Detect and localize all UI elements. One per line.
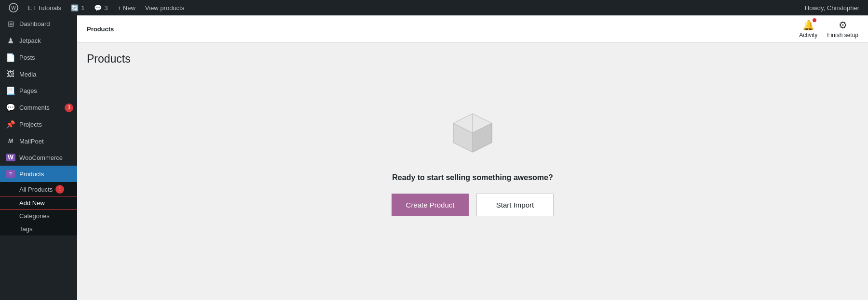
- empty-state: Ready to start selling something awesome…: [87, 75, 858, 245]
- finish-setup-icon: ⚙: [839, 19, 847, 31]
- comments-badge: 3: [65, 104, 73, 112]
- site-name: ET Tutorials: [28, 4, 61, 12]
- create-product-button[interactable]: Create Product: [392, 194, 469, 216]
- howdy-section: Howdy, Christopher: [800, 4, 864, 12]
- submenu-categories[interactable]: Categories: [0, 209, 77, 222]
- sidebar-item-label: Projects: [19, 121, 42, 128]
- mailpoet-icon: M: [6, 138, 15, 144]
- dashboard-icon: ⊞: [6, 19, 15, 28]
- page-header: Products 🔔 Activity ⚙ Finish setup: [77, 15, 868, 43]
- sidebar-item-products[interactable]: ≡ Products: [0, 166, 77, 182]
- sidebar-item-label: WooCommerce: [19, 154, 63, 161]
- products-submenu: All Products 1 Add New Categories Tags: [0, 182, 77, 235]
- all-products-badge: 1: [55, 185, 64, 194]
- sidebar-item-pages[interactable]: 📃 Pages: [0, 82, 77, 99]
- sidebar-item-label: Comments: [19, 104, 50, 111]
- notification-dot: [813, 18, 816, 22]
- comments-count: 3: [104, 4, 108, 12]
- howdy-text: Howdy, Christopher: [805, 4, 859, 12]
- sidebar-item-posts[interactable]: 📄 Posts: [0, 49, 77, 66]
- all-products-label: All Products: [19, 186, 53, 193]
- woocommerce-icon: W: [6, 154, 15, 161]
- svg-text:W: W: [11, 5, 16, 11]
- sidebar-item-media[interactable]: 🖼 Media: [0, 66, 77, 82]
- view-products-item[interactable]: View products: [140, 0, 189, 15]
- sidebar-item-label: Jetpack: [19, 37, 41, 44]
- sidebar-item-label: Dashboard: [19, 20, 50, 27]
- finish-setup-label: Finish setup: [827, 32, 858, 39]
- jetpack-icon: ♟: [6, 36, 15, 45]
- header-actions: 🔔 Activity ⚙ Finish setup: [799, 19, 858, 39]
- activity-icon: 🔔: [802, 19, 814, 31]
- sidebar-item-label: Products: [19, 170, 44, 178]
- categories-label: Categories: [19, 212, 50, 220]
- empty-state-tagline: Ready to start selling something awesome…: [392, 173, 553, 182]
- sidebar-item-label: Posts: [19, 54, 35, 61]
- page-header-title: Products: [87, 26, 114, 33]
- sidebar-item-label: Pages: [19, 87, 37, 94]
- submenu-tags[interactable]: Tags: [0, 222, 77, 235]
- sidebar-item-woocommerce[interactable]: W WooCommerce: [0, 149, 77, 166]
- view-products-label: View products: [145, 4, 184, 12]
- updates-count: 1: [81, 4, 84, 12]
- admin-bar: W ET Tutorials 🔄 1 💬 3 + New View produc…: [0, 0, 868, 15]
- new-content-item[interactable]: + New: [113, 0, 140, 15]
- updates-item[interactable]: 🔄 1: [66, 0, 89, 15]
- admin-sidebar: ⊞ Dashboard ♟ Jetpack 📄 Posts 🖼 Media 📃 …: [0, 15, 77, 300]
- comments-menu-icon: 💬: [6, 103, 15, 112]
- updates-icon: 🔄: [71, 4, 79, 12]
- submenu-all-products[interactable]: All Products 1: [0, 182, 77, 196]
- pages-icon: 📃: [6, 86, 15, 95]
- comments-item[interactable]: 💬 3: [89, 0, 112, 15]
- products-icon: ≡: [6, 170, 15, 178]
- empty-state-buttons: Create Product Start Import: [392, 194, 554, 216]
- submenu-add-new[interactable]: Add New: [0, 196, 77, 209]
- box-icon: [444, 104, 502, 162]
- content-area: Products Ready to start selling somethin…: [77, 43, 868, 300]
- sidebar-item-comments[interactable]: 💬 Comments 3: [0, 99, 77, 116]
- posts-icon: 📄: [6, 53, 15, 62]
- finish-setup-button[interactable]: ⚙ Finish setup: [827, 19, 858, 39]
- activity-label: Activity: [799, 32, 817, 39]
- sidebar-item-dashboard[interactable]: ⊞ Dashboard: [0, 15, 77, 32]
- sidebar-item-label: Media: [19, 71, 36, 78]
- main-content: Products 🔔 Activity ⚙ Finish setup Produ…: [77, 15, 868, 300]
- sidebar-item-label: MailPoet: [19, 138, 44, 145]
- new-content-label: + New: [118, 4, 136, 12]
- media-icon: 🖼: [6, 70, 15, 78]
- comments-icon: 💬: [94, 4, 102, 12]
- add-new-label: Add New: [19, 199, 45, 207]
- activity-button[interactable]: 🔔 Activity: [799, 19, 817, 39]
- sidebar-item-jetpack[interactable]: ♟ Jetpack: [0, 32, 77, 49]
- page-title: Products: [87, 52, 858, 65]
- tags-label: Tags: [19, 225, 32, 233]
- sidebar-item-mailpoet[interactable]: M MailPoet: [0, 133, 77, 149]
- site-name-item[interactable]: ET Tutorials: [23, 0, 66, 15]
- projects-icon: 📌: [6, 120, 15, 129]
- start-import-button[interactable]: Start Import: [476, 194, 554, 216]
- wp-logo-item[interactable]: W: [4, 0, 23, 15]
- sidebar-item-projects[interactable]: 📌 Projects: [0, 116, 77, 133]
